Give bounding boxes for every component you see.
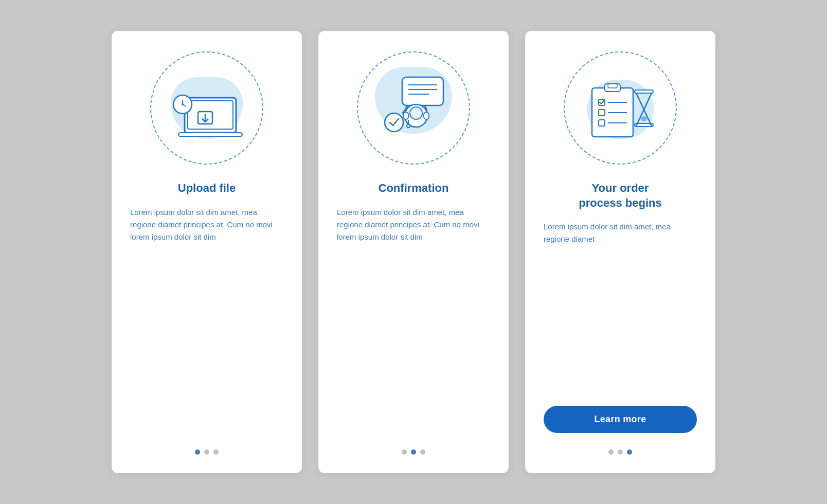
card-body-order: Lorem ipsum dolor sit dim amet, mea regi…: [544, 221, 697, 256]
dot-3: [213, 449, 219, 455]
svg-rect-26: [599, 110, 605, 116]
svg-rect-30: [635, 90, 653, 93]
card-title-upload: Upload file: [178, 181, 236, 196]
card-upload-file: Upload file Lorem ipsum dolor sit dim am…: [112, 31, 302, 473]
svg-rect-2: [178, 133, 242, 136]
cards-container: Upload file Lorem ipsum dolor sit dim am…: [112, 31, 715, 473]
svg-point-15: [410, 107, 422, 119]
dot-1: [195, 449, 200, 455]
icon-area-confirmation: [357, 51, 470, 165]
card-title-confirmation: Confirmation: [379, 181, 449, 196]
pagination-dots-confirmation: [402, 449, 425, 455]
card-title-order: Your orderprocess begins: [579, 181, 661, 210]
order-process-icon: [576, 68, 666, 148]
learn-more-button[interactable]: Learn more: [544, 406, 697, 433]
card-order-process: Your orderprocess begins Lorem ipsum dol…: [525, 31, 715, 473]
pagination-dots-order: [608, 449, 632, 455]
svg-rect-16: [403, 112, 408, 119]
dot-3: [627, 449, 632, 455]
svg-rect-17: [424, 112, 429, 119]
svg-point-19: [407, 124, 410, 128]
dot-2: [204, 449, 209, 455]
pagination-dots-upload: [195, 449, 219, 455]
icon-area-upload: [150, 51, 263, 165]
svg-point-20: [385, 113, 403, 132]
dot-2: [411, 449, 416, 455]
card-body-upload: Lorem ipsum dolor sit dim amet, mea regi…: [130, 206, 283, 254]
dot-3: [420, 449, 425, 455]
dot-2: [618, 449, 623, 455]
svg-rect-9: [402, 77, 443, 105]
dot-1: [402, 449, 407, 455]
card-confirmation: Confirmation Lorem ipsum dolor sit dim a…: [318, 31, 509, 473]
upload-file-icon: [163, 69, 250, 147]
svg-point-8: [182, 103, 184, 105]
svg-rect-23: [608, 84, 617, 88]
svg-rect-28: [599, 120, 605, 126]
dot-1: [608, 449, 614, 455]
confirmation-icon: [367, 67, 460, 149]
card-body-confirmation: Lorem ipsum dolor sit dim amet, mea regi…: [337, 206, 490, 254]
icon-area-order: [564, 51, 677, 165]
